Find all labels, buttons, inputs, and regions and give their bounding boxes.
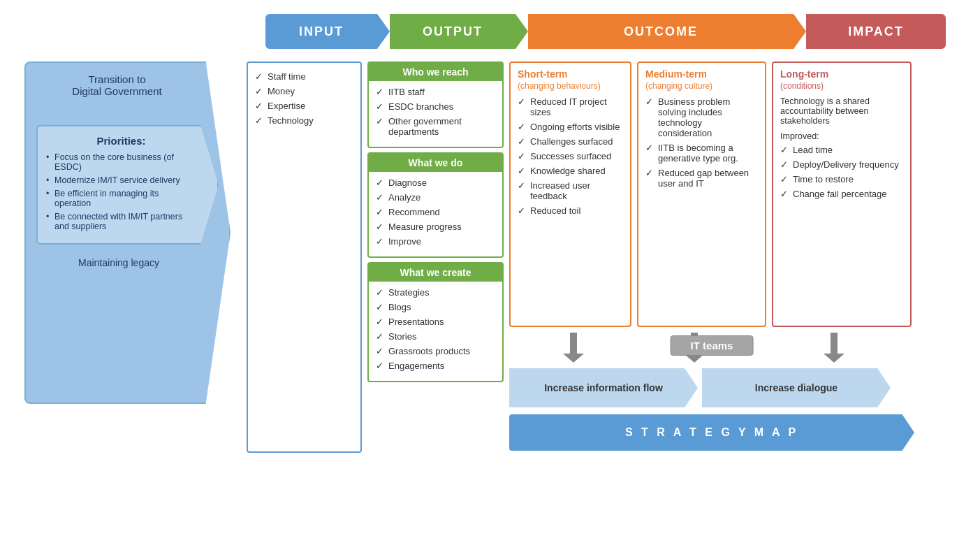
left-inner-shape: Priorities: Focus on the core business (… [36,125,219,245]
long-item-4: Change fail percentage [780,189,903,199]
medium-term-column: Medium-term (changing culture) Business … [637,61,766,327]
medium-item-3: Reduced gap between user and IT [645,168,758,189]
input-item-2: Money [255,86,353,96]
it-teams-box: IT teams [671,335,754,356]
short-item-2: Ongoing efforts visible [518,122,623,132]
long-term-intro: Technology is a shared accountability be… [780,96,903,126]
input-item-1: Staff time [255,71,353,82]
who-we-reach-list: IITB staff ESDC branches Other governmen… [376,87,495,137]
long-item-3: Time to restore [780,174,903,184]
create-item-2: Blogs [376,302,495,312]
reach-item-3: Other government departments [376,116,495,137]
create-item-1: Strategies [376,287,495,298]
it-teams-label: IT teams [691,340,733,351]
priority-1: Focus on the core business (of ESDC) [46,152,196,172]
output-column: Who we reach IITB staff ESDC branches Ot… [367,61,504,453]
short-item-1: Reduced IT project sizes [518,96,623,117]
long-term-column: Long-term (conditions) Technology is a s… [772,61,912,327]
svg-marker-0 [563,333,584,363]
short-term-list: Reduced IT project sizes Ongoing efforts… [518,96,623,216]
what-we-create-title: What we create [369,263,502,282]
impact-label: IMPACT [848,24,904,39]
dialogue-arrow: Increase dialogue [702,368,891,407]
maintaining-legacy: Maintaining legacy [36,257,219,268]
short-term-title: Short-term [518,68,623,80]
long-term-title: Long-term [780,68,903,80]
input-label: INPUT [299,24,344,39]
short-item-7: Reduced toil [518,205,623,216]
what-we-do-list: Diagnose Analyze Recommend Measure progr… [376,177,495,247]
page: INPUT OUTPUT OUTCOME IMPACT Transition t… [0,0,980,559]
long-item-2: Deploy/Delivery frequency [780,159,903,170]
outcome-impact-wrapper: Short-term (changing behaviours) Reduced… [509,61,914,451]
what-we-create-list: Strategies Blogs Presentations Stories G… [376,287,495,371]
flow-arrows-row: Increase information flow Increase dialo… [509,368,914,407]
outcome-impact-row: Short-term (changing behaviours) Reduced… [509,61,914,327]
what-we-do-section: What we do Diagnose Analyze Recommend Me… [367,152,504,258]
info-flow-arrow: Increase information flow [509,368,698,407]
create-item-5: Grassroots products [376,346,495,356]
create-item-4: Stories [376,331,495,342]
what-we-create-section: What we create Strategies Blogs Presenta… [367,262,504,382]
who-we-reach-title: Who we reach [369,63,502,81]
do-item-5: Improve [376,236,495,247]
long-term-improved: Improved: [780,131,903,141]
header-row: INPUT OUTPUT OUTCOME IMPACT [265,14,966,49]
medium-term-title: Medium-term [645,68,758,80]
short-term-column: Short-term (changing behaviours) Reduced… [509,61,631,327]
arrow-sep-1 [377,14,390,49]
outcome-header: OUTCOME [528,14,793,49]
input-item-4: Technology [255,115,353,126]
medium-term-list: Business problem solving includes techno… [645,96,758,189]
transition-line2: Digital Government [72,85,161,97]
priority-2: Modernize IM/IT service delivery [46,175,196,185]
short-term-subtitle: (changing behaviours) [518,81,623,91]
transition-line1: Transition to [89,73,146,85]
strategy-map-label: S T R A T E G Y M A P [625,426,798,439]
do-item-1: Diagnose [376,177,495,188]
do-item-2: Analyze [376,192,495,203]
input-item-3: Expertise [255,101,353,111]
do-item-4: Measure progress [376,222,495,232]
outcome-label: OUTCOME [624,24,698,39]
reach-item-1: IITB staff [376,87,495,97]
long-term-subtitle: (conditions) [780,81,903,91]
output-header: OUTPUT [390,14,515,49]
left-top-text: Transition to Digital Government [36,73,219,97]
priorities-list: Focus on the core business (of ESDC) Mod… [46,152,196,231]
left-panel: Transition to Digital Government Priorit… [24,61,241,404]
output-label: OUTPUT [423,24,483,39]
priority-4: Be connected with IM/IT partners and sup… [46,212,196,231]
long-item-1: Lead time [780,145,903,155]
short-item-6: Increased user feedback [518,180,623,201]
left-outer-shape: Transition to Digital Government Priorit… [24,61,231,404]
medium-item-2: IITB is becoming a generative type org. [645,143,758,164]
short-item-3: Challenges surfaced [518,136,623,147]
priorities-title: Priorities: [46,135,196,147]
it-teams-row: IT teams [509,331,914,363]
content-area: Transition to Digital Government Priorit… [24,61,966,453]
who-we-reach-section: Who we reach IITB staff ESDC branches Ot… [367,61,504,148]
input-column: Staff time Money Expertise Technology [247,61,362,453]
input-list: Staff time Money Expertise Technology [255,71,353,126]
long-term-list: Lead time Deploy/Delivery frequency Time… [780,145,903,199]
create-item-6: Engagements [376,361,495,371]
info-flow-label: Increase information flow [544,382,663,393]
medium-item-1: Business problem solving includes techno… [645,96,758,138]
reach-item-2: ESDC branches [376,101,495,112]
create-item-3: Presentations [376,317,495,327]
svg-marker-2 [824,333,844,363]
strategy-map-arrow: S T R A T E G Y M A P [509,414,914,451]
medium-term-subtitle: (changing culture) [645,81,758,91]
arrow-sep-3 [793,14,806,49]
input-header: INPUT [265,14,377,49]
priority-3: Be efficient in managing its operation [46,189,196,208]
dialogue-label: Increase dialogue [755,382,838,393]
short-item-5: Knowledge shared [518,166,623,176]
arrow-sep-2 [515,14,528,49]
impact-header: IMPACT [806,14,946,49]
do-item-3: Recommend [376,207,495,217]
what-we-do-title: What we do [369,154,502,172]
short-item-4: Successes surfaced [518,151,623,161]
